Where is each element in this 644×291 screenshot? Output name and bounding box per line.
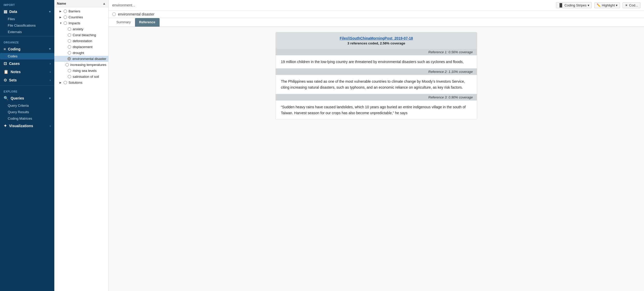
- sort-icon[interactable]: ▲: [102, 2, 106, 5]
- ref-2-body: The Philippines was rated as one of the …: [276, 75, 477, 94]
- sidebar-item-query-results-label: Query Results: [8, 110, 29, 114]
- doc-name-bar: environmental disaster: [109, 11, 644, 18]
- sidebar-item-data[interactable]: ▤ Data ▾: [0, 7, 54, 16]
- cases-icon: ⊡: [4, 61, 7, 66]
- circle-deforestation: [68, 39, 71, 43]
- tree-item-env-disaster-label: environmental disaster: [72, 57, 106, 61]
- sidebar-item-data-label: Data: [9, 10, 17, 14]
- tree-item-coral-bleaching[interactable]: Coral bleaching: [54, 32, 108, 38]
- expand-icon-countries: ▶: [59, 16, 63, 19]
- circle-inc-temp: [65, 63, 69, 66]
- sidebar-item-query-results[interactable]: Query Results: [0, 109, 54, 115]
- reference-card: Files\\SouthChinaMorningPost_2019-07-18 …: [275, 32, 477, 120]
- sidebar-item-coding[interactable]: ≡ Coding ▾: [0, 45, 54, 53]
- sidebar-item-files[interactable]: Files: [0, 16, 54, 22]
- circle-impacts: [64, 21, 67, 25]
- tree-item-displacement[interactable]: displacement: [54, 44, 108, 50]
- tree-item-impacts[interactable]: ▼ Impacts: [54, 20, 108, 26]
- tree-panel: Name ▲ ▶ Barriers ▶ Countries ▼ Impacts …: [54, 0, 109, 291]
- main-toolbar: environment... ▐▌ Coding Stripes ▾ ✏️ Hi…: [109, 0, 644, 11]
- sidebar-item-queries-label: Queries: [11, 96, 24, 100]
- sidebar-item-notes-label: Notes: [11, 70, 21, 74]
- tree-item-sea-levels-label: rising sea levels: [73, 69, 97, 73]
- tree-item-drought[interactable]: drought: [54, 50, 108, 56]
- ref-1-header: Reference 1: 0.56% coverage: [276, 49, 477, 55]
- tree-item-environmental-disaster[interactable]: environmental disaster: [54, 56, 108, 62]
- chevron-down-icon-queries: ▾: [49, 97, 51, 100]
- circle-drought: [68, 51, 71, 55]
- sidebar-item-file-classifications[interactable]: File Classifications: [0, 22, 54, 29]
- tree-item-salinisation[interactable]: salinisation of soil: [54, 74, 108, 80]
- tree-column-name: Name: [57, 2, 66, 5]
- main-panel: environment... ▐▌ Coding Stripes ▾ ✏️ Hi…: [109, 0, 644, 291]
- tab-summary[interactable]: Summary: [112, 18, 135, 27]
- tab-summary-label: Summary: [116, 20, 131, 24]
- coding-icon: ≡: [4, 47, 6, 51]
- expand-icon-impacts: ▼: [59, 22, 63, 25]
- breadcrumb: environment...: [112, 3, 135, 7]
- sidebar-item-coding-label: Coding: [8, 47, 20, 51]
- tree-item-solutions-label: Solutions: [69, 81, 82, 85]
- ref-card-header: Files\\SouthChinaMorningPost_2019-07-18 …: [276, 32, 477, 49]
- sidebar-item-externals[interactable]: Externals: [0, 29, 54, 35]
- circle-solutions: [64, 81, 67, 84]
- sidebar-item-coding-matrices[interactable]: Coding Matrices: [0, 115, 54, 122]
- toolbar-right: ▐▌ Coding Stripes ▾ ✏️ Highlight ▾ ☀ Cod…: [556, 2, 640, 8]
- coding-stripes-button[interactable]: ▐▌ Coding Stripes ▾: [556, 2, 592, 8]
- tree-item-inc-temp-label: increasing temperatures: [70, 63, 106, 67]
- highlight-icon: ✏️: [597, 3, 601, 7]
- sidebar-item-file-classifications-label: File Classifications: [8, 24, 36, 27]
- content-area: Files\\SouthChinaMorningPost_2019-07-18 …: [109, 27, 644, 291]
- tree-item-impacts-label: Impacts: [69, 21, 80, 25]
- highlight-button[interactable]: ✏️ Highlight ▾: [594, 2, 620, 8]
- sidebar-item-visualizations[interactable]: ✦ Visualizations ›: [0, 122, 54, 130]
- sidebar-item-sets[interactable]: ⊙ Sets ›: [0, 76, 54, 84]
- tree-item-barriers[interactable]: ▶ Barriers: [54, 8, 108, 14]
- notes-icon: 📋: [4, 70, 9, 74]
- tree-item-countries[interactable]: ▶ Countries: [54, 14, 108, 20]
- coding-button[interactable]: ☀ Cod...: [623, 2, 640, 8]
- tree-header: Name ▲: [54, 0, 108, 7]
- sidebar-item-externals-label: Externals: [8, 30, 22, 34]
- sidebar-section-import: IMPORT: [0, 0, 54, 7]
- sidebar-item-queries[interactable]: 🔍 Queries ▾: [0, 94, 54, 102]
- ref-3-header: Reference 3: 0.90% coverage: [276, 94, 477, 101]
- circle-coral: [68, 33, 71, 37]
- sidebar-item-notes[interactable]: 📋 Notes ›: [0, 68, 54, 76]
- tabs-bar: Summary Reference: [109, 18, 644, 27]
- coverage-summary: 3 references coded, 2.56% coverage: [281, 41, 472, 45]
- tab-reference[interactable]: Reference: [135, 18, 160, 27]
- sidebar-item-codes-label: Codes: [8, 54, 18, 58]
- ref-1-body: 19 million children in the low-lying cou…: [276, 55, 477, 68]
- divider-1: [0, 36, 54, 36]
- tree-item-solutions[interactable]: ▶ Solutions: [54, 80, 108, 86]
- doc-name: environmental disaster: [118, 12, 154, 16]
- tree-item-deforestation-label: deforestation: [73, 39, 92, 43]
- sets-icon: ⊙: [4, 78, 7, 82]
- sidebar-section-explore: EXPLORE: [0, 87, 54, 94]
- tree-item-increasing-temperatures[interactable]: increasing temperatures: [54, 62, 108, 68]
- tree-item-countries-label: Countries: [69, 15, 83, 19]
- tree-item-drought-label: drought: [73, 51, 84, 55]
- expand-icon-solutions: ▶: [59, 81, 63, 84]
- chevron-down-icon: ▾: [49, 10, 51, 13]
- sidebar-item-sets-label: Sets: [9, 78, 17, 82]
- sidebar-item-cases[interactable]: ⊡ Cases ›: [0, 59, 54, 68]
- sidebar-item-query-criteria[interactable]: Query Criteria: [0, 102, 54, 109]
- tree-item-barriers-label: Barriers: [69, 9, 80, 13]
- circle-barriers: [64, 10, 67, 13]
- tree-item-rising-sea-levels[interactable]: rising sea levels: [54, 68, 108, 74]
- tree-item-coral-label: Coral bleaching: [73, 33, 96, 37]
- tree-item-anxiety[interactable]: anxiety: [54, 26, 108, 32]
- tree-body: ▶ Barriers ▶ Countries ▼ Impacts anxiety…: [54, 7, 108, 291]
- sidebar-item-codes[interactable]: Codes: [0, 53, 54, 59]
- tree-item-anxiety-label: anxiety: [73, 27, 83, 31]
- circle-countries: [64, 16, 67, 19]
- sidebar-item-cases-label: Cases: [9, 62, 20, 66]
- doc-radio-icon: [112, 12, 116, 16]
- coding-icon-btn: ☀: [625, 3, 628, 7]
- toolbar-left: environment...: [112, 3, 553, 7]
- file-link[interactable]: Files\\SouthChinaMorningPost_2019-07-18: [340, 36, 413, 40]
- circle-salinisation: [68, 75, 71, 78]
- tree-item-deforestation[interactable]: deforestation: [54, 38, 108, 44]
